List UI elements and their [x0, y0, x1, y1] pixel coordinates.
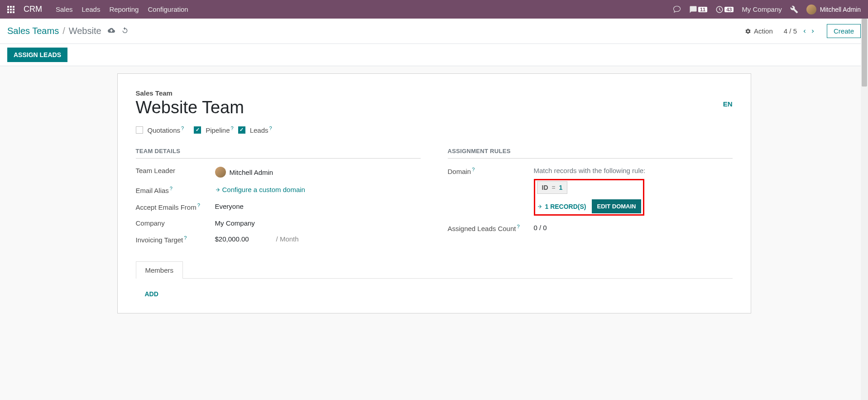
help-icon[interactable]: ? [197, 202, 200, 208]
nav-configuration[interactable]: Configuration [148, 5, 188, 13]
highlight-annotation: ID = 1 1 RECORD(S) EDIT DOMAIN [534, 179, 645, 216]
phone-icon[interactable] [673, 5, 681, 14]
domain-label: Domain? [448, 167, 534, 175]
team-details-title: TEAM DETAILS [136, 148, 421, 159]
breadcrumb-bar: Sales Teams / Website Action 4 / 5 Creat… [0, 19, 868, 44]
user-avatar-icon [806, 5, 816, 14]
user-name: Mitchell Admin [820, 6, 861, 13]
company-switcher[interactable]: My Company [742, 5, 782, 13]
app-brand[interactable]: CRM [24, 5, 42, 14]
arrow-right-icon [537, 204, 542, 209]
cloud-save-icon[interactable] [108, 26, 115, 36]
assignment-rules-section: ASSIGNMENT RULES Domain? Match records w… [448, 148, 733, 252]
assign-leads-button[interactable]: ASSIGN LEADS [7, 48, 67, 62]
nav-reporting[interactable]: Reporting [109, 5, 139, 13]
create-button[interactable]: Create [827, 24, 861, 38]
team-leader-value[interactable]: Mitchell Admin [215, 167, 273, 178]
leads-label: Leads? [250, 125, 272, 134]
company-value[interactable]: My Company [215, 219, 255, 227]
discard-icon[interactable] [121, 26, 129, 36]
user-menu[interactable]: Mitchell Admin [806, 5, 861, 14]
main-area: Sales Team Website Team EN Quotations? P… [0, 66, 868, 400]
help-icon[interactable]: ? [231, 125, 234, 131]
breadcrumb: Sales Teams / Website [7, 26, 129, 36]
activities-icon[interactable]: 43 [715, 5, 734, 14]
accept-emails-value[interactable]: Everyone [215, 202, 244, 210]
scrollbar[interactable] [861, 19, 868, 400]
invoicing-target-label: Invoicing Target? [136, 235, 215, 244]
pager-prev-icon[interactable] [801, 28, 808, 34]
team-leader-label: Team Leader [136, 167, 215, 174]
help-icon[interactable]: ? [472, 167, 475, 172]
help-icon[interactable]: ? [184, 235, 187, 241]
domain-rule-chip[interactable]: ID = 1 [537, 181, 568, 194]
quotations-label: Quotations? [148, 125, 184, 134]
apps-icon[interactable] [7, 6, 14, 13]
team-label: Sales Team [136, 89, 660, 97]
status-bar: ASSIGN LEADS [0, 44, 868, 66]
email-alias-label: Email Alias? [136, 186, 215, 194]
arrow-right-icon [215, 187, 221, 193]
action-dropdown[interactable]: Action [745, 27, 773, 35]
nav-sales[interactable]: Sales [56, 5, 73, 13]
records-link[interactable]: 1 RECORD(S) [537, 203, 586, 210]
invoicing-target-value[interactable]: $20,000.00 / Month [215, 235, 299, 243]
help-icon[interactable]: ? [517, 224, 519, 229]
leader-avatar-icon [215, 167, 226, 178]
gear-icon [745, 28, 751, 34]
top-navbar: CRM Sales Leads Reporting Configuration … [0, 0, 868, 19]
conversations-icon[interactable]: 11 [689, 5, 707, 14]
breadcrumb-separator: / [62, 26, 65, 36]
scrollbar-thumb[interactable] [862, 19, 867, 87]
tab-members[interactable]: Members [136, 261, 183, 279]
debug-icon[interactable] [790, 5, 798, 14]
nav-leads[interactable]: Leads [82, 5, 101, 13]
invoicing-suffix: / Month [276, 235, 299, 243]
pager-next-icon[interactable] [810, 28, 816, 34]
team-details-section: TEAM DETAILS Team Leader Mitchell Admin … [136, 148, 421, 252]
team-name-input[interactable]: Website Team [136, 98, 660, 117]
breadcrumb-root[interactable]: Sales Teams [7, 26, 59, 36]
help-icon[interactable]: ? [170, 186, 173, 191]
help-icon[interactable]: ? [181, 125, 184, 131]
add-member-button[interactable]: ADD [145, 290, 158, 298]
conversations-badge: 11 [698, 7, 707, 12]
pager: 4 / 5 [784, 27, 816, 35]
tabs: Members [136, 261, 733, 279]
activities-badge: 43 [724, 7, 734, 12]
configure-domain-link[interactable]: Configure a custom domain [215, 186, 305, 193]
assigned-leads-value: 0 / 0 [534, 224, 547, 231]
action-label: Action [754, 27, 773, 35]
language-badge[interactable]: EN [723, 100, 733, 108]
pipeline-label: Pipeline? [206, 125, 234, 134]
company-label: Company [136, 219, 215, 227]
breadcrumb-current: Website [69, 26, 101, 36]
pipeline-checkbox[interactable] [194, 126, 201, 134]
edit-domain-button[interactable]: EDIT DOMAIN [592, 199, 642, 213]
leads-checkbox[interactable] [238, 126, 245, 134]
form-sheet: Sales Team Website Team EN Quotations? P… [117, 73, 751, 313]
pager-value[interactable]: 4 / 5 [784, 27, 797, 35]
assigned-leads-label: Assigned Leads Count? [448, 224, 534, 232]
assignment-rules-title: ASSIGNMENT RULES [448, 148, 733, 159]
quotations-checkbox[interactable] [136, 126, 143, 134]
accept-emails-label: Accept Emails From? [136, 202, 215, 211]
help-icon[interactable]: ? [269, 125, 272, 131]
domain-rule-intro: Match records with the following rule: [534, 167, 646, 174]
